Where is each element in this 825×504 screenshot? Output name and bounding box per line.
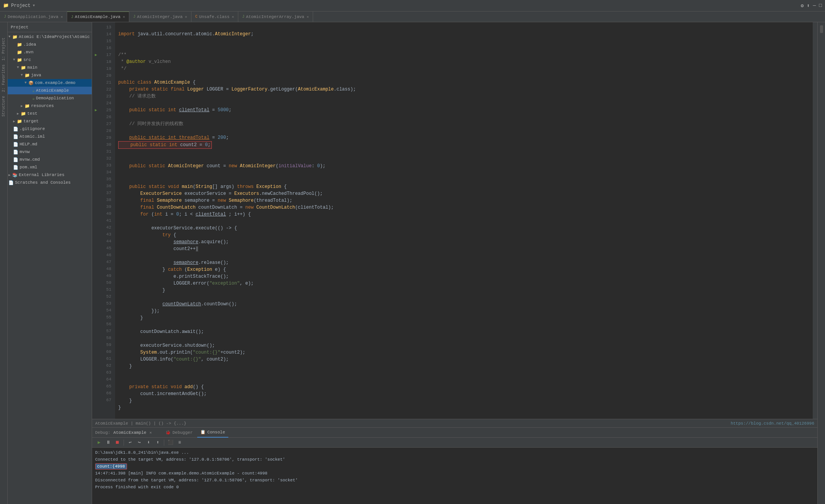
step-out-btn[interactable]: ⬇ xyxy=(145,439,152,446)
tree-item-root[interactable]: ▼ 📁 Atomic E:\IdeaProject\Atomic xyxy=(8,33,92,41)
debug-label: Debug: xyxy=(95,430,111,435)
file-icon: 📄 xyxy=(13,127,18,132)
gutter: ▶ ▶ xyxy=(92,22,100,419)
pause-btn[interactable]: ⏸ xyxy=(104,439,112,446)
arrow-icon: ▼ xyxy=(25,81,28,85)
stop-btn[interactable]: ⏹ xyxy=(114,439,121,446)
code-editor: ▶ ▶ 13 14 15 16 17 18 19 20 21 22 xyxy=(92,22,817,419)
tree-item-mvnw[interactable]: 📄 mvnw xyxy=(8,148,92,156)
csdn-link[interactable]: https://blog.csdn.net/qq_40126996 xyxy=(731,421,814,426)
arrow-icon: ▼ xyxy=(21,73,25,77)
arrow-icon: ▶ xyxy=(13,119,17,124)
debug-tab-name: AtomicExample xyxy=(114,430,147,435)
maximize-icon[interactable]: □ xyxy=(819,3,822,8)
tree-item-src[interactable]: ▼ 📁 src xyxy=(8,56,92,64)
file-icon: 📄 xyxy=(13,165,18,170)
right-strip xyxy=(817,22,825,504)
tab-atomicexample[interactable]: J AtomicExample.java ✕ xyxy=(67,12,129,22)
tree-item-atomiciml[interactable]: 📄 Atomic.iml xyxy=(8,133,92,140)
tree-item-gitignore[interactable]: 📄 .gitignore xyxy=(8,125,92,133)
step-over-btn[interactable]: ↩ xyxy=(126,439,134,446)
tab-demoapplication[interactable]: J DemoApplication.java ✕ xyxy=(0,12,67,22)
run-cursor-btn[interactable]: ⬆ xyxy=(154,439,162,446)
tree-item-main[interactable]: ▼ 📁 main xyxy=(8,64,92,71)
folder-icon: 📁 xyxy=(17,119,22,124)
tab-atomicintegerarray[interactable]: J AtomicIntegerArray.java ✕ xyxy=(238,12,313,22)
java-icon: J xyxy=(242,15,244,19)
step-into-btn[interactable]: ↪ xyxy=(135,439,143,446)
top-bar: 📁 Project ▼ ⚙ ⬆ — □ xyxy=(0,0,825,12)
folder-icon: 📁 xyxy=(12,35,18,40)
resume-btn[interactable]: ▶ xyxy=(95,439,103,446)
run-icon[interactable]: ▶ xyxy=(92,51,100,58)
console-line: Process finished with exit code 0 xyxy=(95,484,814,491)
folder-icon: 📁 xyxy=(25,73,30,78)
file-icon: 📄 xyxy=(13,142,18,147)
tab-close-icon[interactable]: ✕ xyxy=(123,15,125,19)
tree-item-resources[interactable]: ▶ 📁 resources xyxy=(8,102,92,110)
minimize-icon[interactable]: — xyxy=(813,3,816,8)
console-line: 14:47:41.398 [main] INFO com.example.dem… xyxy=(95,470,814,477)
arrow-icon: ▼ xyxy=(17,66,21,69)
run-icon[interactable]: ▶ xyxy=(92,107,100,114)
tab-close-icon[interactable]: ✕ xyxy=(61,15,63,19)
tree-item-package[interactable]: ▼ 📦 com.example.demo xyxy=(8,79,92,87)
settings-icon[interactable]: ⚙ xyxy=(801,3,804,9)
favorites-tab[interactable]: 2: Favorites xyxy=(2,64,6,92)
project-tab[interactable]: 1: Project xyxy=(2,38,6,61)
arrow-icon: ▼ xyxy=(13,58,17,62)
arrow-icon: ▶ xyxy=(17,112,21,116)
class-icon: C xyxy=(195,15,198,19)
file-icon: 📄 xyxy=(13,134,18,139)
tree-item-pomxml[interactable]: 📄 pom.xml xyxy=(8,163,92,171)
update-icon[interactable]: ⬆ xyxy=(807,3,810,9)
tab-console[interactable]: 📋 Console xyxy=(197,428,228,438)
file-icon: 📄 xyxy=(13,157,18,162)
tree-item-test[interactable]: ▶ 📁 test xyxy=(8,110,92,117)
dropdown-icon: ▼ xyxy=(33,4,35,8)
folder-icon: 📁 xyxy=(17,58,22,63)
tree-item-external-libraries[interactable]: ▶ 📚 External Libraries xyxy=(8,171,92,179)
debug-console: D:\Java\jdk1.8.0_241\bin\java.exe ... Co… xyxy=(92,448,817,504)
structure-tab[interactable]: Structure xyxy=(2,96,6,117)
sidebar: Project ▼ 📁 Atomic E:\IdeaProject\Atomic… xyxy=(8,22,92,504)
tree-item-mvnwcmd[interactable]: 📄 mvnw.cmd xyxy=(8,156,92,163)
mute-btn[interactable]: ⬛ xyxy=(167,439,174,446)
tab-close-icon[interactable]: ✕ xyxy=(185,15,187,19)
tab-atomicinteger[interactable]: J AtomicInteger.java ✕ xyxy=(129,12,191,22)
folder-icon: 📁 xyxy=(17,42,22,47)
project-label[interactable]: 📁 Project ▼ xyxy=(3,3,35,8)
tree-item-scratches[interactable]: 📄 Scratches and Consoles xyxy=(8,179,92,186)
tab-close-icon[interactable]: ✕ xyxy=(232,15,234,19)
tree-item-target[interactable]: ▶ 📁 target xyxy=(8,117,92,125)
tab-close-icon[interactable]: ✕ xyxy=(307,15,309,19)
debug-close-icon[interactable]: ✕ xyxy=(149,430,152,435)
arrow-icon: ▼ xyxy=(8,35,12,39)
tab-unsafe-class[interactable]: C Unsafe.class ✕ xyxy=(191,12,238,22)
tab-debugger[interactable]: 🐞 Debugger xyxy=(162,428,196,438)
folder-icon: 📁 xyxy=(21,111,26,116)
arrow-icon: ▶ xyxy=(8,173,12,177)
settings-btn[interactable]: ≡ xyxy=(176,439,183,446)
tree-item-idea[interactable]: 📁 .idea xyxy=(8,41,92,48)
tree-item-helpmd[interactable]: 📄 HELP.md xyxy=(8,140,92,148)
scroll-indicator xyxy=(820,25,823,33)
tree-item-java[interactable]: ▼ 📁 java xyxy=(8,71,92,79)
sidebar-header: Project xyxy=(8,22,92,32)
java-icon: ☕ xyxy=(32,88,35,93)
tree-item-demoapplication[interactable]: ☕ DemoApplication xyxy=(8,94,92,102)
tree-item-mvn[interactable]: 📁 .mvn xyxy=(8,48,92,56)
breadcrumb-bar: AtomicExample | main() | () -> {...} htt… xyxy=(92,419,817,427)
folder-icon: 📁 xyxy=(25,104,30,109)
console-line: D:\Java\jdk1.8.0_241\bin\java.exe ... xyxy=(95,449,814,456)
file-icon: 📄 xyxy=(13,150,18,155)
library-icon: 📚 xyxy=(12,173,18,178)
code-content[interactable]: import java.util.concurrent.atomic.Atomi… xyxy=(115,22,813,419)
output-highlight: count:{4998 xyxy=(95,463,127,469)
tree-item-atomicexample[interactable]: ☕ AtomicExample xyxy=(8,87,92,94)
editor-scrollbar[interactable] xyxy=(813,22,817,419)
console-line: Disconnected from the target VM, address… xyxy=(95,477,814,484)
java-icon: J xyxy=(133,15,135,19)
line-numbers: 13 14 15 16 17 18 19 20 21 22 23 24 25 2… xyxy=(100,22,115,419)
console-line: Connected to the target VM, address: '12… xyxy=(95,456,814,463)
